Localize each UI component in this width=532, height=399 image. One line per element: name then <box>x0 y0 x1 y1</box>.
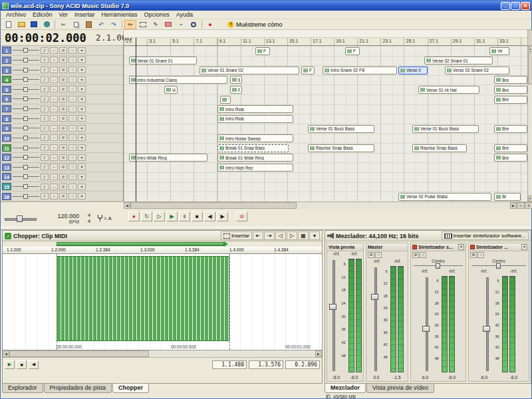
track-solo-button[interactable]: ○ <box>68 184 76 190</box>
menu-ayuda[interactable]: Ayuda <box>173 11 196 18</box>
track-volume-slider[interactable] <box>13 67 39 73</box>
track-more-button[interactable]: ▾ <box>78 47 86 54</box>
track-envelope-button[interactable]: ~ <box>50 76 58 83</box>
clip[interactable]: F <box>230 86 242 94</box>
track-envelope-button[interactable]: ~ <box>50 96 58 102</box>
tab-chopper[interactable]: Chopper <box>112 384 149 393</box>
double-selection-button[interactable]: ▷ <box>287 231 297 240</box>
copy-button[interactable] <box>70 20 82 29</box>
minimize-button[interactable]: _ <box>501 2 510 10</box>
nudge-left-button[interactable]: ⇤ <box>253 231 263 240</box>
track-mute-button[interactable]: ⊘ <box>59 47 67 54</box>
track-volume-slider[interactable] <box>13 194 39 200</box>
clip[interactable]: Bre <box>494 76 527 84</box>
menu-opciones[interactable]: Opciones <box>141 11 173 18</box>
track-envelope-button[interactable]: ~ <box>50 184 58 190</box>
fader-thumb[interactable] <box>422 326 430 332</box>
vertical-scrollbar[interactable]: ▲ ▼ <box>527 46 532 201</box>
track-number[interactable]: 11 <box>2 144 11 152</box>
clip[interactable]: Bre <box>494 86 527 94</box>
bpm-value[interactable]: 120.000 <box>39 213 79 219</box>
track-solo-button[interactable]: ○ <box>68 86 76 92</box>
track-header-row[interactable]: 5ƒ~⊘○▾ <box>1 85 123 95</box>
track-envelope-button[interactable]: ~ <box>50 47 58 54</box>
chopper-stop-button[interactable]: ■ <box>17 360 27 369</box>
track-envelope-button[interactable]: ~ <box>50 125 58 132</box>
publish-button[interactable] <box>41 20 53 29</box>
track-more-button[interactable]: ▾ <box>78 174 86 180</box>
zoom-in-button[interactable]: + <box>525 202 532 209</box>
tab-mezclador[interactable]: Mezclador <box>325 384 366 393</box>
track-number[interactable]: 8 <box>2 115 11 122</box>
track-envelope-button[interactable]: ~ <box>50 57 58 63</box>
channel-mute-button[interactable]: ⊘ <box>412 252 419 258</box>
close-channel-button[interactable]: × <box>521 244 527 250</box>
slider-thumb[interactable] <box>23 194 28 199</box>
track-fx-button[interactable]: ƒ <box>41 76 49 83</box>
track-mute-button[interactable]: ⊘ <box>59 106 67 112</box>
slider-thumb[interactable] <box>23 87 28 92</box>
track-number[interactable]: 1 <box>2 47 11 54</box>
channel-solo-button[interactable]: ○ <box>375 252 382 258</box>
track-fx-button[interactable]: ƒ <box>41 174 49 180</box>
clip[interactable]: Verse 01 Hi Hat <box>418 86 479 94</box>
track-mute-button[interactable]: ⊘ <box>59 154 67 161</box>
track-volume-slider[interactable] <box>13 47 39 53</box>
draw-tool-button[interactable]: ✏ <box>124 20 136 29</box>
clip[interactable]: Reprise Snap Bass <box>308 144 374 152</box>
show-me-how-button[interactable]: ?Muéstreme cómo <box>223 20 287 29</box>
menu-edicio-n[interactable]: Edición <box>29 11 56 18</box>
master-volume-thumb[interactable] <box>17 215 23 222</box>
track-number[interactable]: 16 <box>2 193 11 200</box>
record-button[interactable]: ● <box>128 211 140 221</box>
track-envelope-button[interactable]: ~ <box>50 144 58 151</box>
undo-button[interactable]: ↶ <box>95 20 107 29</box>
track-more-button[interactable]: ▾ <box>78 66 86 73</box>
channel-solo-button[interactable]: ○ <box>477 252 484 258</box>
track-more-button[interactable]: ▾ <box>78 164 86 170</box>
clip[interactable]: Verse 02 Snare 01 <box>424 57 493 65</box>
volume-fader[interactable] <box>371 266 378 372</box>
track-more-button[interactable]: ▾ <box>78 184 86 190</box>
menu-insertar[interactable]: Insertar <box>71 11 98 18</box>
record-button[interactable]: ● <box>204 20 216 29</box>
envelope-tool-button[interactable]: ~ <box>175 20 187 29</box>
track-mute-button[interactable]: ⊘ <box>59 86 67 92</box>
track-header-row[interactable]: 6ƒ~⊘○▾ <box>1 94 123 104</box>
track-fx-button[interactable]: ƒ <box>41 66 49 73</box>
track-mute-button[interactable]: ⊘ <box>59 164 67 170</box>
clip[interactable]: Intro Noise Sweep <box>217 134 293 142</box>
fader-thumb[interactable] <box>329 304 336 310</box>
track-fx-button[interactable]: ƒ <box>41 144 49 151</box>
track-header-row[interactable]: 16ƒ~⊘○▾ <box>1 192 123 201</box>
close-button[interactable]: ✕ <box>521 2 530 10</box>
track-number[interactable]: 14 <box>2 173 11 180</box>
track-number[interactable]: 6 <box>2 95 11 102</box>
track-volume-slider[interactable] <box>13 184 39 190</box>
chopper-scrollbar[interactable]: ◀ ▶ <box>3 350 322 358</box>
track-volume-slider[interactable] <box>13 106 39 112</box>
chopper-value-box[interactable]: 1.1.480 <box>212 360 247 369</box>
track-mute-button[interactable]: ⊘ <box>59 57 67 63</box>
zoom-out-button[interactable]: − <box>517 202 525 209</box>
track-mute-button[interactable]: ⊘ <box>59 174 67 180</box>
slider-thumb[interactable] <box>23 106 28 111</box>
scroll-right-icon[interactable]: ▶ <box>510 202 517 209</box>
track-header-row[interactable]: 9ƒ~⊘○▾ <box>1 124 123 134</box>
clip[interactable]: Bre <box>494 125 527 133</box>
paste-button[interactable] <box>82 20 94 29</box>
chopper-play-button[interactable]: ▶ <box>5 360 15 369</box>
go-to-start-button[interactable]: ◀ <box>204 211 215 221</box>
menu-herramientas[interactable]: Herramientas <box>98 11 141 18</box>
track-more-button[interactable]: ▾ <box>78 57 86 63</box>
track-envelope-button[interactable]: ~ <box>50 115 58 122</box>
clip[interactable]: Verse 02 Pulse Stabs <box>398 193 491 201</box>
fader-thumb[interactable] <box>371 294 378 300</box>
track-more-button[interactable]: ▾ <box>78 144 86 151</box>
clip[interactable]: Bre <box>494 154 527 162</box>
slider-thumb[interactable] <box>23 146 28 150</box>
chopper-menu-button[interactable]: ▾ <box>309 231 320 240</box>
track-envelope-button[interactable]: ~ <box>50 174 58 180</box>
zoom-tool-button[interactable] <box>188 20 200 29</box>
play-from-start-button[interactable]: ▷ <box>154 211 165 221</box>
